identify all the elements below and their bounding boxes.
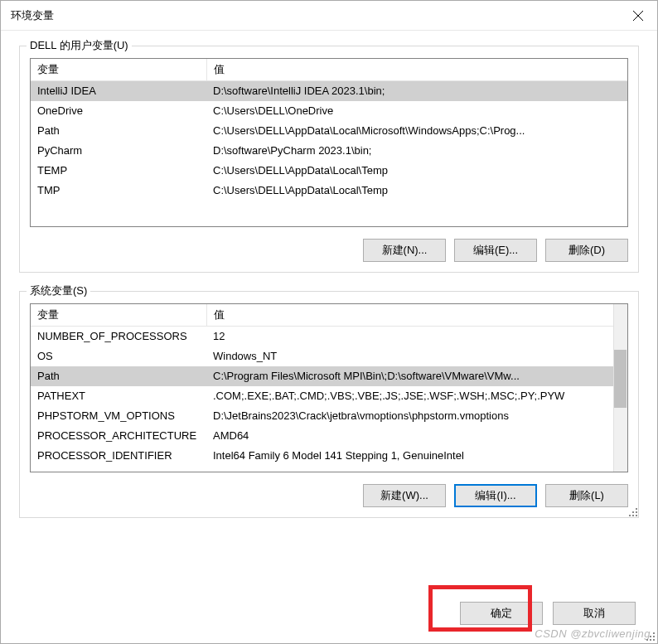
table-row[interactable]: TEMPC:\Users\DELL\AppData\Local\Temp bbox=[31, 161, 627, 181]
col-header-value[interactable]: 值 bbox=[206, 59, 627, 81]
table-row[interactable]: PyCharmD:\software\PyCharm 2023.1\bin; bbox=[31, 141, 627, 161]
scrollbar-thumb[interactable] bbox=[614, 350, 627, 408]
user-new-button[interactable]: 新建(N)... bbox=[363, 239, 446, 262]
var-name-cell: PATHEXT bbox=[31, 386, 206, 406]
watermark: CSDN @zbvcliwenjing bbox=[535, 627, 651, 640]
user-vars-group: DELL 的用户变量(U) 变量 值 IntelliJ IDEAD:\softw… bbox=[19, 46, 639, 273]
var-value-cell: D:\JetBrains2023\Crack\jetbra\vmoptions\… bbox=[206, 406, 613, 426]
table-row[interactable]: OneDriveC:\Users\DELL\OneDrive bbox=[31, 101, 627, 121]
var-value-cell: C:\Users\DELL\OneDrive bbox=[206, 101, 627, 121]
user-vars-buttons: 新建(N)... 编辑(E)... 删除(D) bbox=[30, 239, 628, 262]
system-new-button[interactable]: 新建(W)... bbox=[363, 484, 446, 507]
table-header-row: 变量 值 bbox=[31, 304, 613, 327]
table-row[interactable]: OSWindows_NT bbox=[31, 346, 613, 366]
var-value-cell: D:\software\PyCharm 2023.1\bin; bbox=[206, 141, 627, 161]
var-value-cell: C:\Users\DELL\AppData\Local\Temp bbox=[206, 161, 627, 181]
var-value-cell: .COM;.EXE;.BAT;.CMD;.VBS;.VBE;.JS;.JSE;.… bbox=[206, 386, 613, 406]
titlebar: 环境变量 bbox=[1, 1, 657, 31]
var-name-cell: OneDrive bbox=[31, 101, 206, 121]
table-header-row: 变量 值 bbox=[31, 59, 627, 81]
var-value-cell: C:\Program Files\Microsoft MPI\Bin\;D:\s… bbox=[206, 366, 613, 386]
var-name-cell: OS bbox=[31, 346, 206, 366]
var-value-cell: C:\Users\DELL\AppData\Local\Temp bbox=[206, 181, 627, 201]
var-name-cell: PROCESSOR_IDENTIFIER bbox=[31, 446, 206, 466]
close-button[interactable] bbox=[619, 1, 657, 31]
dialog-content: DELL 的用户变量(U) 变量 值 IntelliJ IDEAD:\softw… bbox=[1, 31, 657, 545]
table-row[interactable]: PHPSTORM_VM_OPTIONSD:\JetBrains2023\Crac… bbox=[31, 406, 613, 426]
var-name-cell: TMP bbox=[31, 181, 206, 201]
var-name-cell: Path bbox=[31, 366, 206, 386]
table-row[interactable]: PROCESSOR_ARCHITECTUREAMD64 bbox=[31, 426, 613, 446]
system-vars-buttons: 新建(W)... 编辑(I)... 删除(L) bbox=[30, 484, 628, 507]
col-header-variable[interactable]: 变量 bbox=[31, 304, 206, 327]
var-name-cell: IntelliJ IDEA bbox=[31, 81, 206, 101]
system-edit-button[interactable]: 编辑(I)... bbox=[454, 484, 537, 507]
var-value-cell: Windows_NT bbox=[206, 346, 613, 366]
table-row[interactable]: PROCESSOR_IDENTIFIERIntel64 Family 6 Mod… bbox=[31, 446, 613, 466]
highlight-annotation bbox=[428, 585, 532, 632]
user-delete-button[interactable]: 删除(D) bbox=[545, 239, 628, 262]
col-header-value[interactable]: 值 bbox=[206, 304, 613, 327]
var-name-cell: TEMP bbox=[31, 161, 206, 181]
user-edit-button[interactable]: 编辑(E)... bbox=[454, 239, 537, 262]
system-vars-group: 系统变量(S) 变量 值 NUMBER_OF_PROCESSORS12OSWin… bbox=[19, 291, 639, 518]
var-value-cell: C:\Users\DELL\AppData\Local\Microsoft\Wi… bbox=[206, 121, 627, 141]
table-row[interactable]: PathC:\Users\DELL\AppData\Local\Microsof… bbox=[31, 121, 627, 141]
var-name-cell: PyCharm bbox=[31, 141, 206, 161]
var-value-cell: 12 bbox=[206, 327, 613, 346]
cancel-button[interactable]: 取消 bbox=[553, 602, 636, 625]
system-vars-legend: 系统变量(S) bbox=[27, 283, 90, 298]
table-row[interactable]: PATHEXT.COM;.EXE;.BAT;.CMD;.VBS;.VBE;.JS… bbox=[31, 386, 613, 406]
col-header-variable[interactable]: 变量 bbox=[31, 59, 206, 81]
var-name-cell: NUMBER_OF_PROCESSORS bbox=[31, 327, 206, 346]
user-vars-table: 变量 值 IntelliJ IDEAD:\software\IntelliJ I… bbox=[31, 59, 627, 201]
var-name-cell: Path bbox=[31, 121, 206, 141]
dialog-title: 环境变量 bbox=[11, 8, 54, 23]
table-row[interactable]: IntelliJ IDEAD:\software\IntelliJ IDEA 2… bbox=[31, 81, 627, 101]
user-vars-legend: DELL 的用户变量(U) bbox=[27, 38, 132, 53]
table-row[interactable]: TMPC:\Users\DELL\AppData\Local\Temp bbox=[31, 181, 627, 201]
system-delete-button[interactable]: 删除(L) bbox=[545, 484, 628, 507]
scrollbar[interactable] bbox=[613, 304, 627, 472]
table-row[interactable]: NUMBER_OF_PROCESSORS12 bbox=[31, 327, 613, 346]
user-vars-table-container[interactable]: 变量 值 IntelliJ IDEAD:\software\IntelliJ I… bbox=[30, 58, 628, 227]
var-value-cell: D:\software\IntelliJ IDEA 2023.1\bin; bbox=[206, 81, 627, 101]
table-row[interactable]: PathC:\Program Files\Microsoft MPI\Bin\;… bbox=[31, 366, 613, 386]
var-value-cell: Intel64 Family 6 Model 141 Stepping 1, G… bbox=[206, 446, 613, 466]
close-icon bbox=[633, 11, 643, 21]
system-vars-table: 变量 值 NUMBER_OF_PROCESSORS12OSWindows_NTP… bbox=[31, 304, 613, 466]
var-name-cell: PROCESSOR_ARCHITECTURE bbox=[31, 426, 206, 446]
var-name-cell: PHPSTORM_VM_OPTIONS bbox=[31, 406, 206, 426]
env-vars-dialog: 环境变量 DELL 的用户变量(U) 变量 值 IntelliJ IDEAD:\… bbox=[0, 0, 658, 644]
var-value-cell: AMD64 bbox=[206, 426, 613, 446]
system-vars-table-container[interactable]: 变量 值 NUMBER_OF_PROCESSORS12OSWindows_NTP… bbox=[30, 303, 628, 472]
